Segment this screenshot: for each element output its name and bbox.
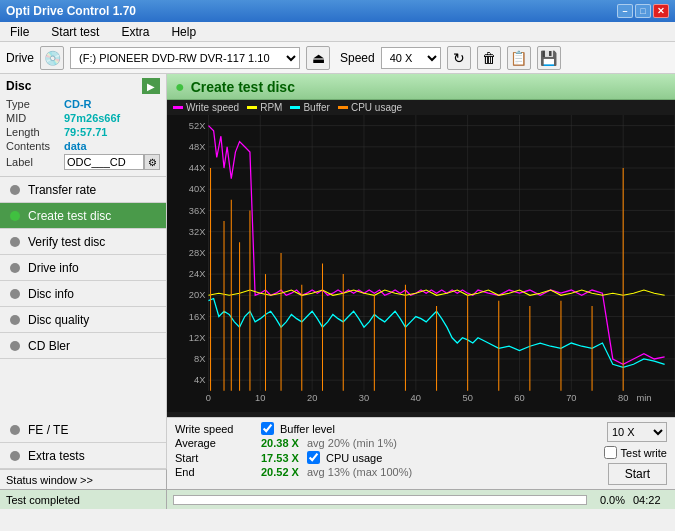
end-extra: avg 13% (max 100%) — [307, 466, 412, 478]
disc-arrow-button[interactable]: ▶ — [142, 78, 160, 94]
svg-text:min: min — [636, 392, 651, 403]
contents-val: data — [64, 140, 87, 152]
mid-key: MID — [6, 112, 64, 124]
status-bar: Test completed 0.0% 04:22 — [0, 489, 675, 509]
cpu-usage-label: CPU usage — [326, 452, 382, 464]
nav-cd-bler[interactable]: CD Bler — [0, 333, 166, 359]
average-val: 20.38 X — [261, 437, 301, 449]
drive-label: Drive — [6, 51, 34, 65]
svg-text:36X: 36X — [189, 205, 206, 216]
svg-text:70: 70 — [566, 392, 576, 403]
drive-select[interactable]: (F:) PIONEER DVD-RW DVR-117 1.10 — [70, 47, 300, 69]
menu-help[interactable]: Help — [165, 23, 202, 41]
close-button[interactable]: ✕ — [653, 4, 669, 18]
start-label: Start — [175, 452, 255, 464]
nav-create-test-disc[interactable]: Create test disc — [0, 203, 166, 229]
maximize-button[interactable]: □ — [635, 4, 651, 18]
svg-text:40X: 40X — [189, 183, 206, 194]
svg-text:32X: 32X — [189, 226, 206, 237]
eject-button[interactable]: ⏏ — [306, 46, 330, 70]
speed-select[interactable]: 40 X — [381, 47, 441, 69]
nav-fe-te[interactable]: FE / TE — [0, 417, 166, 443]
average-label: Average — [175, 437, 255, 449]
nav-verify-test-disc[interactable]: Verify test disc — [0, 229, 166, 255]
minimize-button[interactable]: – — [617, 4, 633, 18]
contents-key: Contents — [6, 140, 64, 152]
drive-icon: 💿 — [40, 46, 64, 70]
length-val: 79:57.71 — [64, 126, 107, 138]
write-speed-row: Write speed Buffer level — [175, 422, 592, 435]
average-extra: avg 20% (min 1%) — [307, 437, 397, 449]
progress-text: 0.0% — [595, 494, 625, 506]
test-write-label: Test write — [621, 447, 667, 459]
refresh-button[interactable]: ↻ — [447, 46, 471, 70]
content-title: Create test disc — [191, 79, 295, 95]
time-text: 04:22 — [633, 494, 669, 506]
status-progress-area: 0.0% 04:22 — [167, 494, 675, 506]
svg-text:8X: 8X — [194, 353, 206, 364]
chart-canvas: 52X 48X 44X 40X 36X 32X 28X 24X 20X 16X … — [167, 115, 675, 412]
svg-text:20X: 20X — [189, 289, 206, 300]
chart-area: Write speed RPM Buffer CPU usage — [167, 100, 675, 417]
start-val: 17.53 X — [261, 452, 301, 464]
nav-extra-tests[interactable]: Extra tests — [0, 443, 166, 469]
label-input[interactable] — [64, 154, 144, 170]
status-text: Test completed — [0, 490, 167, 509]
chart-svg: 52X 48X 44X 40X 36X 32X 28X 24X 20X 16X … — [167, 115, 675, 412]
nav-items: Transfer rate Create test disc Verify te… — [0, 177, 166, 469]
start-button[interactable]: Start — [608, 463, 667, 485]
menu-start-test[interactable]: Start test — [45, 23, 105, 41]
disc-title: Disc — [6, 79, 31, 93]
legend-buffer: Buffer — [290, 102, 330, 113]
stats-right: 10 X Test write Start — [604, 422, 667, 485]
toolbar: Drive 💿 (F:) PIONEER DVD-RW DVR-117 1.10… — [0, 42, 675, 74]
test-write-checkbox[interactable] — [604, 446, 617, 459]
svg-text:80: 80 — [618, 392, 628, 403]
end-row: End 20.52 X avg 13% (max 100%) — [175, 466, 592, 478]
cpu-usage-row: Start 17.53 X CPU usage — [175, 451, 592, 464]
test-write-row: Test write — [604, 446, 667, 459]
buffer-level-label: Buffer level — [280, 423, 335, 435]
svg-text:4X: 4X — [194, 374, 206, 385]
nav-transfer-rate[interactable]: Transfer rate — [0, 177, 166, 203]
length-key: Length — [6, 126, 64, 138]
nav-drive-info[interactable]: Drive info — [0, 255, 166, 281]
svg-text:12X: 12X — [189, 332, 206, 343]
svg-text:28X: 28X — [189, 247, 206, 258]
bottom-area: Write speed Buffer level Average 20.38 X… — [167, 417, 675, 489]
label-edit-button[interactable]: ⚙ — [144, 154, 160, 170]
nav-disc-info[interactable]: Disc info — [0, 281, 166, 307]
svg-text:30: 30 — [359, 392, 369, 403]
buffer-level-checkbox[interactable] — [261, 422, 274, 435]
write-speed-select[interactable]: 10 X — [607, 422, 667, 442]
speed-label: Speed — [340, 51, 375, 65]
svg-text:60: 60 — [514, 392, 524, 403]
erase-button[interactable]: 🗑 — [477, 46, 501, 70]
disc-section: Disc ▶ Type CD-R MID 97m26s66f Length 79… — [0, 74, 166, 177]
menu-extra[interactable]: Extra — [115, 23, 155, 41]
title-bar: Opti Drive Control 1.70 – □ ✕ — [0, 0, 675, 22]
svg-text:50: 50 — [462, 392, 472, 403]
nav-disc-quality[interactable]: Disc quality — [0, 307, 166, 333]
menu-bar: File Start test Extra Help — [0, 22, 675, 42]
save-button[interactable]: 💾 — [537, 46, 561, 70]
end-label: End — [175, 466, 255, 478]
svg-text:44X: 44X — [189, 162, 206, 173]
chart-legend: Write speed RPM Buffer CPU usage — [167, 100, 675, 115]
cpu-usage-checkbox[interactable] — [307, 451, 320, 464]
svg-text:52X: 52X — [189, 120, 206, 131]
svg-text:40: 40 — [411, 392, 421, 403]
status-window-button[interactable]: Status window >> — [0, 469, 167, 489]
svg-text:16X: 16X — [189, 311, 206, 322]
progress-bar — [173, 495, 587, 505]
window-controls: – □ ✕ — [617, 4, 669, 18]
svg-text:24X: 24X — [189, 268, 206, 279]
svg-text:48X: 48X — [189, 141, 206, 152]
left-panel: Disc ▶ Type CD-R MID 97m26s66f Length 79… — [0, 74, 167, 489]
label-key: Label — [6, 156, 64, 168]
svg-rect-0 — [167, 115, 675, 412]
menu-file[interactable]: File — [4, 23, 35, 41]
copy-button[interactable]: 📋 — [507, 46, 531, 70]
type-val: CD-R — [64, 98, 92, 110]
end-val: 20.52 X — [261, 466, 301, 478]
